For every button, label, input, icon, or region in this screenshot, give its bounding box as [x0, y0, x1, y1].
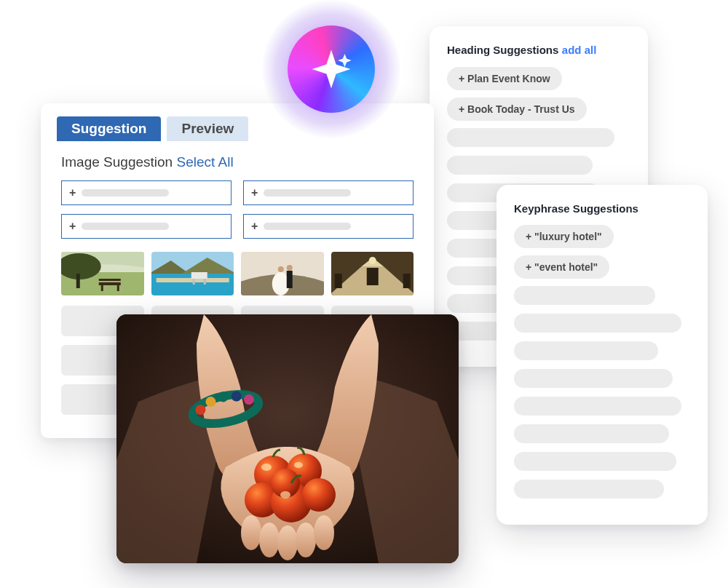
keyphrase-pill-placeholder	[514, 397, 681, 416]
svg-point-18	[278, 266, 284, 272]
svg-rect-17	[287, 271, 293, 288]
image-chip[interactable]: +	[61, 214, 232, 239]
heading-pill-placeholder	[447, 128, 614, 147]
svg-rect-4	[99, 282, 121, 285]
heading-pill[interactable]: + Plan Event Know	[447, 67, 562, 90]
chip-bar	[264, 223, 351, 230]
svg-point-35	[296, 523, 316, 557]
svg-point-33	[259, 523, 280, 557]
keyphrase-pill-placeholder	[514, 286, 655, 305]
svg-rect-23	[334, 274, 341, 288]
svg-point-43	[261, 464, 272, 471]
image-thumb-wedding[interactable]	[241, 252, 324, 295]
chip-bar	[82, 189, 169, 196]
plus-icon: +	[251, 220, 258, 233]
svg-point-44	[294, 462, 303, 468]
plus-icon: +	[69, 186, 76, 199]
heading-suggestions-header: Heading Suggestions add all	[447, 44, 633, 57]
image-thumb-pool[interactable]	[151, 252, 234, 295]
svg-rect-7	[117, 285, 119, 291]
keyphrase-pill-placeholder	[514, 314, 681, 333]
sparkle-badge	[262, 0, 400, 138]
svg-point-22	[368, 257, 376, 264]
keyphrase-pill[interactable]: + "luxury hotel"	[514, 225, 614, 248]
add-all-link[interactable]: add all	[562, 44, 597, 56]
plus-icon: +	[251, 186, 258, 199]
keyphrase-pill-placeholder	[514, 424, 669, 443]
svg-rect-24	[403, 274, 410, 288]
image-thumb-lobby[interactable]	[331, 252, 414, 295]
keyphrase-pill-placeholder	[514, 452, 676, 471]
image-thumb-park[interactable]	[61, 252, 144, 295]
tab-suggestion[interactable]: Suggestion	[57, 116, 161, 141]
heading-suggestions-title: Heading Suggestions	[447, 44, 558, 56]
plus-icon: +	[69, 220, 76, 233]
svg-point-36	[314, 515, 334, 550]
image-chip[interactable]: +	[243, 214, 414, 239]
svg-point-34	[277, 525, 298, 560]
image-chip-grid: + + + +	[41, 180, 434, 252]
keyphrase-pill-placeholder	[514, 341, 658, 360]
keyphrase-pill-placeholder	[514, 369, 673, 388]
select-all-link[interactable]: Select All	[176, 154, 233, 170]
chip-bar	[264, 189, 351, 196]
svg-rect-5	[99, 279, 121, 281]
svg-point-32	[241, 515, 261, 550]
chip-bar	[82, 223, 169, 230]
image-suggestion-header: Image Suggestion Select All	[41, 141, 434, 180]
svg-point-19	[287, 265, 293, 271]
svg-rect-6	[101, 285, 103, 291]
keyphrase-pill-list: + "luxury hotel" + "event hotel"	[514, 225, 690, 498]
svg-rect-21	[366, 268, 378, 285]
heading-pill[interactable]: + Book Today - Trust Us	[447, 98, 587, 121]
svg-rect-11	[191, 272, 207, 279]
svg-point-41	[302, 478, 336, 512]
image-suggestion-title: Image Suggestion	[61, 154, 173, 170]
sparkle-icon	[288, 25, 375, 113]
tab-preview[interactable]: Preview	[167, 116, 248, 141]
svg-rect-12	[192, 279, 194, 285]
image-chip[interactable]: +	[61, 180, 232, 205]
hero-photo	[116, 314, 459, 563]
heading-pill-placeholder	[447, 156, 593, 175]
keyphrase-title: Keyphrase Suggestions	[514, 202, 690, 215]
svg-rect-3	[76, 274, 80, 288]
image-chip[interactable]: +	[243, 180, 414, 205]
svg-point-45	[280, 491, 290, 498]
keyphrase-suggestions-card: Keyphrase Suggestions + "luxury hotel" +…	[496, 185, 708, 525]
image-thumb-row	[41, 252, 434, 306]
keyphrase-pill[interactable]: + "event hotel"	[514, 255, 609, 279]
keyphrase-pill-placeholder	[514, 480, 664, 498]
svg-rect-13	[203, 279, 205, 285]
